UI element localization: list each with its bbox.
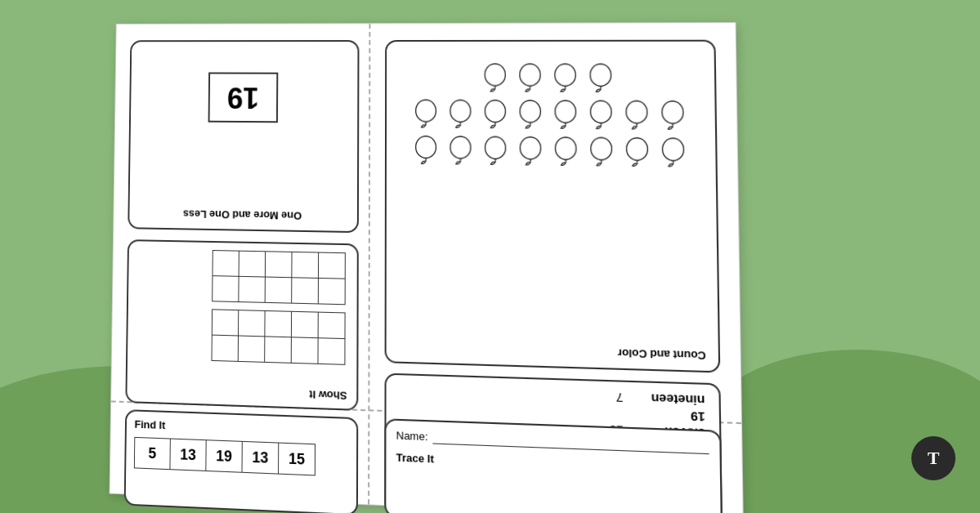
find-cell-1: 5 — [134, 437, 171, 470]
ten-frames-container — [128, 241, 357, 381]
svg-point-31 — [416, 100, 436, 122]
frame-cell — [212, 309, 239, 336]
find-it-numbers: 5 13 19 13 15 — [126, 433, 356, 480]
svg-point-39 — [486, 64, 506, 86]
apple-icon — [480, 134, 512, 167]
number-box: 19 — [208, 73, 279, 123]
apple-icon — [621, 136, 654, 170]
card-one-more-less: 19 One More and One Less — [128, 40, 359, 233]
card-count-color: Count and Color — [385, 40, 721, 373]
card-trace-it: Name: Trace It — [384, 418, 723, 513]
svg-point-3 — [627, 138, 648, 161]
frame-cell — [238, 310, 266, 337]
svg-point-13 — [450, 136, 471, 158]
svg-point-5 — [591, 137, 612, 160]
frame-cell — [211, 335, 238, 362]
apple-icon — [410, 134, 441, 167]
frame-cell — [291, 311, 319, 338]
apple-icon — [656, 99, 689, 133]
show-it-label: Show It — [309, 388, 347, 402]
circle-option-2a: 19 — [635, 408, 705, 425]
svg-point-9 — [521, 137, 541, 159]
frame-cell — [318, 278, 346, 305]
frame-cell — [265, 251, 293, 278]
frame-cell — [212, 250, 239, 277]
find-cell-3: 19 — [205, 439, 242, 473]
apple-icon — [445, 97, 477, 131]
svg-point-19 — [626, 100, 647, 123]
svg-point-17 — [662, 101, 683, 124]
frame-cell — [265, 277, 293, 304]
svg-point-1 — [663, 138, 684, 161]
apple-icon — [550, 98, 582, 132]
card-find-it: Find It 5 13 19 13 15 — [124, 409, 359, 513]
frame-cell — [238, 335, 266, 362]
svg-point-25 — [521, 100, 541, 123]
apple-icon — [585, 98, 618, 132]
svg-point-33 — [590, 64, 611, 86]
find-cell-5: 15 — [278, 443, 315, 476]
card-show-it: Show It — [125, 239, 358, 411]
apple-icon — [550, 135, 583, 168]
frame-cell — [318, 252, 346, 279]
circle-option-3b: 7 — [616, 390, 624, 405]
frame-cell — [318, 312, 346, 340]
frame-cell — [212, 275, 239, 302]
svg-point-7 — [556, 137, 577, 160]
apple-icon — [585, 135, 618, 169]
svg-point-35 — [555, 64, 576, 86]
frame-cell — [291, 337, 319, 364]
apple-icon — [515, 98, 547, 132]
frame-cell — [317, 337, 345, 365]
frame-cell — [291, 252, 319, 279]
svg-point-15 — [416, 136, 436, 158]
apple-icon — [410, 97, 441, 131]
frame-cell — [264, 310, 292, 337]
svg-point-29 — [450, 100, 471, 122]
count-color-label: Count and Color — [618, 346, 706, 362]
apples-grid — [387, 50, 716, 182]
one-more-less-label: One More and One Less — [129, 207, 357, 222]
frame-cell — [238, 276, 266, 303]
ten-frame-row-4 — [140, 249, 346, 279]
worksheet-paper: 19 One More and One Less — [110, 22, 744, 513]
svg-point-27 — [486, 100, 506, 123]
logo-symbol: T — [928, 448, 940, 469]
find-cell-2: 13 — [169, 439, 206, 471]
ten-frame-spacer — [139, 249, 345, 305]
svg-point-21 — [591, 100, 612, 123]
apple-icon — [480, 98, 512, 132]
apple-icon — [515, 135, 547, 168]
teach-starter-logo: T — [911, 436, 955, 480]
cut-line-vertical — [368, 24, 370, 504]
svg-point-23 — [556, 100, 577, 123]
ten-frame-row-3 — [139, 274, 345, 305]
apple-icon — [515, 61, 547, 95]
apple-icon — [480, 61, 512, 95]
apple-icon — [549, 61, 581, 95]
number-display-area: 19 — [131, 72, 357, 123]
frame-cell — [291, 277, 319, 304]
find-cell-4: 13 — [242, 441, 280, 475]
apple-icon — [657, 136, 691, 170]
frame-cell — [264, 336, 292, 364]
apple-icon — [621, 98, 654, 132]
svg-point-37 — [520, 64, 540, 86]
circle-option-3a: nineteen — [635, 391, 705, 408]
frame-cell — [239, 251, 266, 278]
name-field-label: Name: — [396, 429, 428, 443]
svg-point-11 — [486, 136, 506, 158]
apple-icon — [585, 61, 618, 95]
apple-icon — [445, 134, 477, 167]
